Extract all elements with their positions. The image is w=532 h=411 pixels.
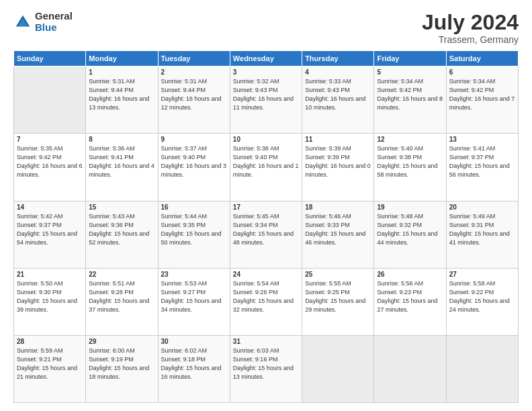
day-number: 3 [233, 68, 299, 76]
day-number: 22 [89, 271, 154, 278]
day-cell: 1Sunrise: 5:31 AMSunset: 9:44 PMDaylight… [86, 66, 158, 134]
day-number: 29 [89, 338, 154, 345]
day-cell [14, 66, 86, 134]
day-number: 13 [449, 136, 515, 143]
day-info: Sunrise: 5:54 AMSunset: 9:26 PMDaylight:… [233, 280, 294, 313]
day-info: Sunrise: 5:35 AMSunset: 9:42 PMDaylight:… [17, 145, 83, 178]
day-info: Sunrise: 5:38 AMSunset: 9:40 PMDaylight:… [233, 145, 299, 178]
day-number: 31 [233, 338, 299, 345]
day-info: Sunrise: 5:42 AMSunset: 9:37 PMDaylight:… [17, 213, 77, 246]
day-info: Sunrise: 5:50 AMSunset: 9:30 PMDaylight:… [17, 280, 77, 313]
week-row-2: 7Sunrise: 5:35 AMSunset: 9:42 PMDaylight… [14, 134, 519, 201]
logo-general-text: General [35, 11, 73, 22]
day-cell: 25Sunrise: 5:55 AMSunset: 9:25 PMDayligh… [302, 268, 374, 335]
header-cell-wednesday: Wednesday [230, 51, 302, 66]
logo-icon [13, 13, 32, 32]
calendar-table: SundayMondayTuesdayWednesdayThursdayFrid… [13, 50, 519, 403]
header-cell-sunday: Sunday [14, 51, 86, 66]
day-info: Sunrise: 6:02 AMSunset: 9:18 PMDaylight:… [161, 347, 222, 380]
day-info: Sunrise: 5:51 AMSunset: 9:28 PMDaylight:… [89, 280, 149, 313]
day-cell: 11Sunrise: 5:39 AMSunset: 9:39 PMDayligh… [302, 134, 374, 201]
day-info: Sunrise: 5:55 AMSunset: 9:25 PMDaylight:… [305, 280, 365, 313]
day-cell [302, 335, 374, 402]
day-number: 24 [233, 271, 299, 278]
day-number: 15 [89, 203, 154, 211]
day-info: Sunrise: 5:31 AMSunset: 9:44 PMDaylight:… [89, 78, 149, 111]
day-number: 8 [89, 136, 154, 143]
month-title: July 2024 [422, 11, 519, 34]
day-number: 27 [449, 271, 515, 278]
day-info: Sunrise: 5:39 AMSunset: 9:39 PMDaylight:… [305, 145, 371, 178]
logo: General Blue [13, 11, 73, 33]
day-cell: 14Sunrise: 5:42 AMSunset: 9:37 PMDayligh… [14, 201, 86, 268]
day-info: Sunrise: 5:41 AMSunset: 9:37 PMDaylight:… [449, 145, 510, 178]
day-number: 12 [377, 136, 443, 143]
day-cell: 9Sunrise: 5:37 AMSunset: 9:40 PMDaylight… [158, 134, 230, 201]
day-info: Sunrise: 5:56 AMSunset: 9:23 PMDaylight:… [377, 280, 437, 313]
day-number: 19 [377, 203, 443, 211]
day-number: 16 [161, 203, 227, 211]
day-cell [446, 335, 518, 402]
day-number: 7 [17, 136, 83, 143]
header-cell-friday: Friday [374, 51, 446, 66]
day-number: 1 [89, 68, 154, 76]
week-row-4: 21Sunrise: 5:50 AMSunset: 9:30 PMDayligh… [14, 268, 519, 335]
day-info: Sunrise: 5:36 AMSunset: 9:41 PMDaylight:… [89, 145, 154, 178]
location: Trassem, Germany [422, 34, 519, 45]
day-cell: 26Sunrise: 5:56 AMSunset: 9:23 PMDayligh… [374, 268, 446, 335]
day-cell: 3Sunrise: 5:32 AMSunset: 9:43 PMDaylight… [230, 66, 302, 134]
day-number: 6 [449, 68, 515, 76]
day-number: 5 [377, 68, 443, 76]
day-info: Sunrise: 5:37 AMSunset: 9:40 PMDaylight:… [161, 145, 227, 178]
day-cell: 21Sunrise: 5:50 AMSunset: 9:30 PMDayligh… [14, 268, 86, 335]
day-cell: 28Sunrise: 5:59 AMSunset: 9:21 PMDayligh… [14, 335, 86, 402]
day-number: 17 [233, 203, 299, 211]
title-block: July 2024 Trassem, Germany [422, 11, 519, 45]
day-info: Sunrise: 5:43 AMSunset: 9:36 PMDaylight:… [89, 213, 149, 246]
day-cell: 23Sunrise: 5:53 AMSunset: 9:27 PMDayligh… [158, 268, 230, 335]
logo-text: General Blue [35, 11, 73, 33]
day-info: Sunrise: 5:48 AMSunset: 9:32 PMDaylight:… [377, 213, 437, 246]
day-info: Sunrise: 6:03 AMSunset: 9:16 PMDaylight:… [233, 347, 294, 380]
day-cell: 30Sunrise: 6:02 AMSunset: 9:18 PMDayligh… [158, 335, 230, 402]
logo-blue-text: Blue [35, 22, 73, 34]
day-number: 2 [161, 68, 227, 76]
day-number: 23 [161, 271, 227, 278]
day-cell: 2Sunrise: 5:31 AMSunset: 9:44 PMDaylight… [158, 66, 230, 134]
day-number: 14 [17, 203, 83, 211]
day-cell: 4Sunrise: 5:33 AMSunset: 9:43 PMDaylight… [302, 66, 374, 134]
day-info: Sunrise: 5:53 AMSunset: 9:27 PMDaylight:… [161, 280, 222, 313]
day-cell: 29Sunrise: 6:00 AMSunset: 9:19 PMDayligh… [86, 335, 158, 402]
day-cell: 13Sunrise: 5:41 AMSunset: 9:37 PMDayligh… [446, 134, 518, 201]
day-info: Sunrise: 5:32 AMSunset: 9:43 PMDaylight:… [233, 78, 294, 111]
header-cell-saturday: Saturday [446, 51, 518, 66]
day-info: Sunrise: 5:34 AMSunset: 9:42 PMDaylight:… [449, 78, 515, 111]
day-cell: 5Sunrise: 5:34 AMSunset: 9:42 PMDaylight… [374, 66, 446, 134]
day-number: 25 [305, 271, 371, 278]
day-cell: 17Sunrise: 5:45 AMSunset: 9:34 PMDayligh… [230, 201, 302, 268]
day-number: 11 [305, 136, 371, 143]
day-info: Sunrise: 5:45 AMSunset: 9:34 PMDaylight:… [233, 213, 294, 246]
week-row-5: 28Sunrise: 5:59 AMSunset: 9:21 PMDayligh… [14, 335, 519, 402]
day-cell: 24Sunrise: 5:54 AMSunset: 9:26 PMDayligh… [230, 268, 302, 335]
day-info: Sunrise: 5:33 AMSunset: 9:43 PMDaylight:… [305, 78, 365, 111]
day-cell: 15Sunrise: 5:43 AMSunset: 9:36 PMDayligh… [86, 201, 158, 268]
header-cell-thursday: Thursday [302, 51, 374, 66]
day-number: 30 [161, 338, 227, 345]
day-cell: 20Sunrise: 5:49 AMSunset: 9:31 PMDayligh… [446, 201, 518, 268]
header: General Blue July 2024 Trassem, Germany [13, 11, 519, 45]
day-number: 28 [17, 338, 83, 345]
day-info: Sunrise: 5:34 AMSunset: 9:42 PMDaylight:… [377, 78, 443, 111]
day-number: 10 [233, 136, 299, 143]
day-info: Sunrise: 5:44 AMSunset: 9:35 PMDaylight:… [161, 213, 222, 246]
page: General Blue July 2024 Trassem, Germany … [0, 0, 532, 411]
day-info: Sunrise: 5:40 AMSunset: 9:38 PMDaylight:… [377, 145, 437, 178]
day-info: Sunrise: 5:31 AMSunset: 9:44 PMDaylight:… [161, 78, 222, 111]
day-number: 26 [377, 271, 443, 278]
day-info: Sunrise: 5:59 AMSunset: 9:21 PMDaylight:… [17, 347, 77, 380]
day-cell: 12Sunrise: 5:40 AMSunset: 9:38 PMDayligh… [374, 134, 446, 201]
day-number: 21 [17, 271, 83, 278]
day-info: Sunrise: 5:46 AMSunset: 9:33 PMDaylight:… [305, 213, 365, 246]
day-info: Sunrise: 6:00 AMSunset: 9:19 PMDaylight:… [89, 347, 149, 380]
day-number: 4 [305, 68, 371, 76]
